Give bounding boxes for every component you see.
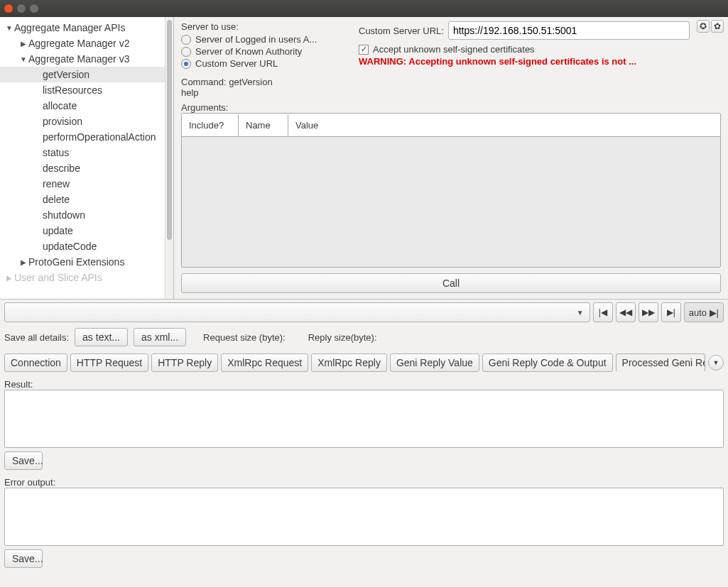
accept-selfsigned-checkbox[interactable]: ✓ Accept unknown self-signed certificate…	[359, 44, 721, 55]
tree-leaf-listresources[interactable]: listResources	[0, 82, 165, 98]
window-titlebar	[0, 0, 728, 17]
tab-label: Geni Reply Code & Output	[489, 357, 607, 368]
arguments-table: Include? Name Value	[181, 113, 721, 268]
tree-label: Aggregate Manager v2	[28, 38, 129, 49]
col-value[interactable]: Value	[288, 114, 720, 136]
checkbox-label: Accept unknown self-signed certificates	[373, 44, 535, 55]
tree-node-am-v3[interactable]: ▼Aggregate Manager v3	[0, 51, 165, 67]
tree-scrollbar[interactable]	[165, 17, 173, 299]
chevron-down-icon: ▼	[577, 309, 584, 317]
result-label: Result:	[4, 379, 724, 390]
tree-leaf-status[interactable]: status	[0, 145, 165, 160]
tree-leaf-describe[interactable]: describe	[0, 160, 165, 176]
tree-label: User and Slice APIs	[14, 272, 102, 283]
tree-label: update	[43, 225, 73, 236]
auto-button[interactable]: auto ▶|	[684, 302, 724, 322]
tree-node-aggregate-apis[interactable]: ▼Aggregate Manager APIs	[0, 20, 165, 35]
tree-label: listResources	[43, 84, 102, 96]
tab-geni-reply-code[interactable]: Geni Reply Code & Output	[482, 353, 613, 372]
globe-icon[interactable]: ✪	[697, 20, 710, 33]
tree-leaf-updatecode[interactable]: updateCode	[0, 238, 165, 254]
call-button[interactable]: Call	[181, 273, 721, 293]
arguments-label: Arguments:	[181, 102, 721, 113]
tree-label: Aggregate Manager v3	[28, 53, 129, 65]
tree-label: delete	[43, 194, 70, 205]
window-close-icon[interactable]	[4, 4, 13, 13]
col-name[interactable]: Name	[239, 114, 288, 136]
tab-label: Processed Geni Reply V	[622, 357, 705, 368]
save-result-button[interactable]: Save...	[4, 451, 43, 470]
tree-label: ProtoGeni Extensions	[28, 256, 124, 268]
tab-label: Geni Reply Value	[396, 357, 473, 368]
tab-http-request[interactable]: HTTP Request	[70, 353, 148, 372]
tree-label: describe	[43, 163, 80, 174]
radio-known-authority[interactable]: Server of Known Authority	[181, 45, 344, 57]
tree-leaf-shutdown[interactable]: shutdown	[0, 207, 165, 223]
error-output-textarea[interactable]	[4, 488, 724, 546]
tree-node-user-slice[interactable]: ▶User and Slice APIs	[0, 270, 165, 285]
tree-label: allocate	[43, 100, 77, 111]
error-output-label: Error output:	[4, 477, 724, 488]
tab-connection[interactable]: Connection	[4, 353, 67, 372]
next-button[interactable]: ▶▶	[639, 302, 658, 322]
prev-button[interactable]: ◀◀	[616, 302, 636, 322]
save-error-button[interactable]: Save...	[4, 549, 43, 568]
save-as-xml-button[interactable]: as xml...	[134, 328, 186, 346]
radio-label: Server of Known Authority	[195, 46, 302, 57]
history-combo[interactable]: ▼	[4, 302, 590, 322]
radio-label: Custom Server URL	[195, 58, 278, 69]
first-button[interactable]: |◀	[593, 302, 613, 322]
tab-label: Connection	[11, 357, 61, 368]
col-include[interactable]: Include?	[182, 114, 239, 136]
tab-http-reply[interactable]: HTTP Reply	[151, 353, 218, 372]
radio-custom-url[interactable]: Custom Server URL	[181, 57, 344, 70]
custom-server-url-input[interactable]	[448, 21, 690, 40]
tree-leaf-getversion[interactable]: getVersion	[0, 67, 165, 82]
tree-leaf-allocate[interactable]: allocate	[0, 98, 165, 114]
tree-leaf-provision[interactable]: provision	[0, 114, 165, 129]
request-size-label: Request size (byte):	[203, 332, 286, 343]
reply-size-label: Reply size(byte):	[308, 332, 377, 343]
call-button-label: Call	[442, 278, 460, 289]
save-all-details-label: Save all details:	[4, 332, 69, 343]
tree-label: performOperationalAction	[43, 131, 156, 143]
btn-label: as text...	[82, 331, 120, 343]
radio-logged-user-server[interactable]: Server of Logged in users A...	[181, 33, 344, 45]
tree-leaf-renew[interactable]: renew	[0, 176, 165, 192]
api-tree[interactable]: ▼Aggregate Manager APIs ▶Aggregate Manag…	[0, 17, 165, 299]
tab-label: XmlRpc Request	[227, 357, 302, 368]
tree-label: status	[43, 147, 69, 158]
radio-icon	[181, 47, 191, 57]
tree-node-am-v2[interactable]: ▶Aggregate Manager v2	[0, 35, 165, 51]
tab-xmlrpc-request[interactable]: XmlRpc Request	[221, 353, 308, 372]
tree-label: shutdown	[43, 209, 85, 221]
tree-leaf-update[interactable]: update	[0, 223, 165, 238]
tree-node-protogeni[interactable]: ▶ProtoGeni Extensions	[0, 254, 165, 270]
result-textarea[interactable]	[4, 390, 724, 448]
warning-text: WARNING: Accepting unknown self-signed c…	[359, 56, 721, 67]
tab-label: HTTP Request	[77, 357, 142, 368]
btn-label: as xml...	[141, 331, 178, 343]
window-minimize-icon[interactable]	[17, 4, 26, 13]
tree-label: getVersion	[43, 69, 89, 80]
tree-leaf-delete[interactable]: delete	[0, 192, 165, 207]
last-button[interactable]: ▶|	[661, 302, 681, 322]
custom-server-url-label: Custom Server URL:	[359, 26, 444, 36]
radio-label: Server of Logged in users A...	[195, 34, 317, 45]
radio-icon	[181, 35, 191, 45]
tree-label: updateCode	[43, 241, 97, 252]
window-maximize-icon[interactable]	[30, 4, 38, 13]
radio-icon	[181, 59, 191, 69]
tabs-overflow-button[interactable]: ▼	[708, 355, 724, 371]
save-as-text-button[interactable]: as text...	[75, 328, 128, 346]
tab-xmlrpc-reply[interactable]: XmlRpc Reply	[311, 353, 387, 372]
btn-label: Save...	[12, 455, 43, 466]
tab-geni-reply-value[interactable]: Geni Reply Value	[390, 353, 479, 372]
tab-processed-geni-reply[interactable]: Processed Geni Reply V	[616, 353, 705, 372]
tree-label: Aggregate Manager APIs	[14, 22, 125, 33]
tree-label: renew	[43, 178, 70, 190]
tab-label: HTTP Reply	[158, 357, 212, 368]
gear-icon[interactable]: ✿	[711, 20, 724, 33]
tree-leaf-performoperationalaction[interactable]: performOperationalAction	[0, 129, 165, 145]
scrollbar-thumb[interactable]	[167, 20, 172, 240]
